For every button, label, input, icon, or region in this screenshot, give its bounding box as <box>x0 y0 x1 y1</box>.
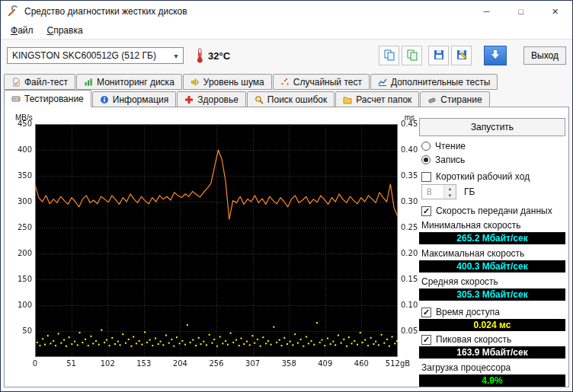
eraser-icon <box>427 95 437 104</box>
disk-monitor-icon <box>84 78 93 87</box>
tab-file-test[interactable]: Файл-тест <box>4 74 75 90</box>
benchmark-chart-area: MB/s ms <box>6 112 421 383</box>
update-download-button[interactable] <box>484 46 507 65</box>
min-speed-value: 265.2 Мбайт/сек <box>419 232 565 244</box>
tab-error-scan[interactable]: Поиск ошибок <box>247 91 335 107</box>
checkbox-checked-icon <box>421 335 431 345</box>
checkbox-checked-icon <box>421 206 431 216</box>
max-speed-label: Максимальная скорость <box>419 248 565 259</box>
cpu-usage-label: Загрузка процессора <box>419 362 565 373</box>
tab-info[interactable]: Информация <box>92 91 176 107</box>
capacity-unit-label: ГБ <box>464 186 475 197</box>
avg-speed-label: Средняя скорость <box>419 276 565 287</box>
write-radio[interactable]: Запись <box>419 155 565 165</box>
drive-select[interactable]: KINGSTON SKC600512G (512 ГБ) ▾ <box>7 47 184 64</box>
tab-label: Мониторинг диска <box>97 77 174 88</box>
temperature-value: 32°C <box>208 50 230 62</box>
tab-folder-usage[interactable]: Расчет папок <box>335 91 419 107</box>
tab-health[interactable]: Здоровье <box>177 91 246 107</box>
tab-label: Файл-тест <box>24 77 68 88</box>
read-radio[interactable]: Чтение <box>419 141 565 151</box>
maximize-button[interactable]: □ <box>504 1 538 22</box>
magnifier-icon <box>254 95 264 104</box>
benchmark-page: MB/s ms Запустить Чтение Запись Короткий… <box>4 107 569 387</box>
tab-row-upper: Файл-тест Мониторинг диска Уровень шума … <box>4 73 569 90</box>
floppy-icon <box>433 49 445 63</box>
radio-icon <box>421 142 431 151</box>
exit-button[interactable]: Выход <box>523 46 566 65</box>
burst-rate-label: Пиковая скорость <box>436 334 511 345</box>
app-icon <box>7 5 19 18</box>
short-stroke-checkbox[interactable]: Короткий рабочий ход <box>419 171 565 182</box>
tab-label: Уровень шума <box>203 77 264 88</box>
tab-label: Дополнительные тесты <box>391 77 490 88</box>
spin-up-icon[interactable]: ▲ <box>444 185 456 192</box>
down-arrow-icon <box>490 49 501 62</box>
chevron-down-icon: ▾ <box>169 52 183 60</box>
tab-label: Информация <box>113 94 168 105</box>
menu-file[interactable]: Файл <box>4 24 40 37</box>
tab-label: Здоровье <box>197 94 238 105</box>
tab-label: Тестирование <box>24 94 84 104</box>
burst-rate-checkbox[interactable]: Пиковая скорость <box>419 334 565 345</box>
max-speed-value: 400.3 Мбайт/сек <box>419 260 565 272</box>
cpu-usage-value: 4.9% <box>419 374 565 387</box>
menu-bar: Файл Справка <box>1 22 572 40</box>
tab-benchmark[interactable]: Тестирование <box>4 90 91 107</box>
right-axis-unit-label: ms <box>405 113 415 122</box>
tab-row-lower: Тестирование Информация Здоровье Поиск о… <box>4 91 569 107</box>
window-controls: ─ □ ✕ <box>469 1 572 22</box>
tab-label: Расчет папок <box>356 94 411 105</box>
short-stroke-label: Короткий рабочий ход <box>436 171 530 182</box>
radio-selected-icon <box>421 155 431 164</box>
transfer-rate-checkbox[interactable]: Скорость передачи данных <box>419 206 565 216</box>
drive-select-value: KINGSTON SKC600512G (512 ГБ) <box>12 50 156 61</box>
benchmark-controls-panel: Запустить Чтение Запись Короткий рабочий… <box>419 118 565 387</box>
save-as-button[interactable] <box>451 46 472 65</box>
access-time-value: 0.024 мс <box>419 319 565 331</box>
write-radio-label: Запись <box>435 155 465 165</box>
copy-image-button[interactable] <box>402 46 422 65</box>
window-title: Средство диагностики жестких дисков <box>24 6 187 17</box>
transfer-rate-label: Скорость передачи данных <box>436 206 552 216</box>
menu-help[interactable]: Справка <box>40 24 90 37</box>
tab-disk-monitor[interactable]: Мониторинг диска <box>76 74 182 90</box>
info-icon <box>100 95 109 104</box>
tab-random-test[interactable]: Случайный тест <box>273 74 370 90</box>
capacity-input[interactable]: 8 ▲▼ <box>421 184 456 199</box>
access-time-checkbox[interactable]: Время доступа <box>419 307 565 317</box>
minimize-button[interactable]: ─ <box>469 1 504 22</box>
avg-speed-value: 305.3 Мбайт/сек <box>419 288 565 301</box>
folder-icon <box>343 95 352 104</box>
spin-down-icon[interactable]: ▼ <box>444 192 456 199</box>
access-time-label: Время доступа <box>436 307 500 317</box>
tab-extra-tests[interactable]: Дополнительные тесты <box>370 74 498 90</box>
checkbox-icon <box>421 172 431 182</box>
health-cross-icon <box>184 95 194 104</box>
tab-noise-level[interactable]: Уровень шума <box>183 74 272 90</box>
copy-pages-green-icon <box>406 49 418 63</box>
save-button[interactable] <box>428 46 449 65</box>
left-axis-unit-label: MB/s <box>15 113 33 122</box>
benchmark-chart <box>6 112 421 380</box>
file-test-icon <box>11 78 21 87</box>
capacity-value: 8 <box>422 185 443 199</box>
thermometer-icon <box>196 48 204 63</box>
floppy-pencil-icon <box>456 49 468 63</box>
copy-text-button[interactable] <box>379 46 399 65</box>
noise-level-icon <box>190 78 200 87</box>
min-speed-label: Минимальная скорость <box>419 220 565 231</box>
capacity-spinner: ▲▼ <box>443 185 456 199</box>
close-button[interactable]: ✕ <box>538 1 572 22</box>
start-button[interactable]: Запустить <box>419 118 565 136</box>
toolbar: KINGSTON SKC600512G (512 ГБ) ▾ 32°C Выхо… <box>1 40 572 72</box>
benchmark-icon <box>11 94 21 104</box>
burst-rate-value: 163.9 Мбайт/сек <box>419 346 565 359</box>
read-radio-label: Чтение <box>435 141 466 151</box>
title-bar: Средство диагностики жестких дисков ─ □ … <box>1 1 572 22</box>
app-window: Средство диагностики жестких дисков ─ □ … <box>0 0 573 392</box>
copy-pages-blue-icon <box>383 49 395 63</box>
tab-label: Поиск ошибок <box>267 94 327 105</box>
tab-erase[interactable]: Стирание <box>420 91 489 107</box>
random-test-icon <box>280 78 290 87</box>
